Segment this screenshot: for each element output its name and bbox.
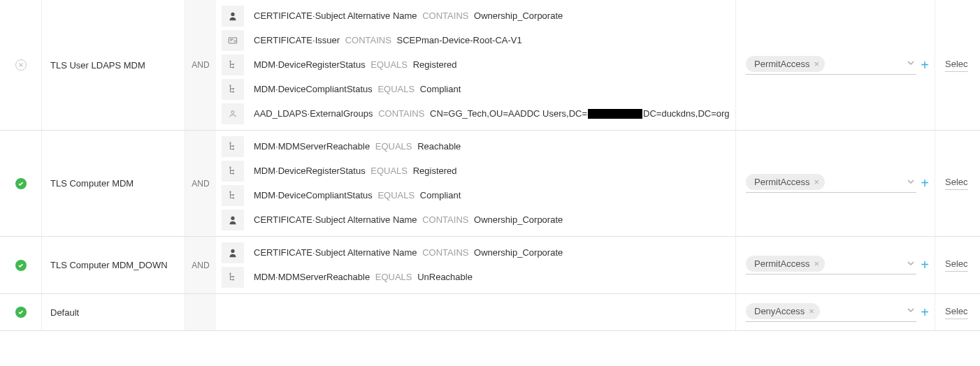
- profile-select[interactable]: Selec: [945, 258, 968, 272]
- result-chip[interactable]: DenyAccess×: [746, 303, 820, 319]
- result-chip[interactable]: PermitAccess×: [746, 256, 825, 272]
- condition-row[interactable]: MDM·DeviceCompliantStatus EQUALS Complia…: [222, 184, 730, 207]
- result-select[interactable]: PermitAccess×: [746, 56, 916, 75]
- condition-value: Ownership_Corporate: [474, 214, 563, 225]
- rule-name[interactable]: TLS Computer MDM: [42, 131, 185, 236]
- condition-row[interactable]: MDM·DeviceRegisterStatus EQUALS Register…: [222, 53, 730, 77]
- condition-value: SCEPman-Device-Root-CA-V1: [397, 35, 522, 45]
- condition-row[interactable]: CERTIFICATE·Subject Alternative Name CON…: [222, 208, 730, 232]
- user-icon: [222, 6, 244, 27]
- chevron-down-icon[interactable]: [905, 258, 916, 270]
- condition-operator: EQUALS: [368, 59, 410, 70]
- condition-attribute: MDM·DeviceCompliantStatus: [254, 190, 373, 200]
- chevron-down-icon[interactable]: [905, 58, 916, 69]
- condition-row[interactable]: AAD_LDAPS·ExternalGroups CONTAINS CN=GG_…: [222, 102, 730, 126]
- status-ok-icon: [15, 178, 27, 189]
- rule-name[interactable]: TLS User LDAPS MDM: [42, 0, 185, 130]
- result-cell: PermitAccess×+: [735, 0, 935, 130]
- condition-text: MDM·MDMServerReachable EQUALS Reachable: [254, 140, 730, 153]
- tree-icon: [222, 267, 244, 288]
- result-select[interactable]: PermitAccess×: [746, 256, 916, 274]
- status-cell[interactable]: [0, 294, 42, 330]
- result-chip-label: DenyAccess: [754, 306, 805, 316]
- conditions-cell: [216, 294, 735, 330]
- logic-cell: [185, 294, 216, 330]
- condition-attribute: MDM·DeviceRegisterStatus: [254, 59, 366, 70]
- rule-name[interactable]: Default: [42, 294, 185, 330]
- result-chip-label: PermitAccess: [754, 258, 809, 269]
- svg-point-8: [233, 88, 234, 89]
- profile-select[interactable]: Selec: [945, 306, 968, 319]
- conditions-cell: CERTIFICATE·Subject Alternative Name CON…: [216, 0, 735, 130]
- add-icon[interactable]: +: [921, 257, 929, 273]
- close-icon[interactable]: ×: [814, 258, 819, 269]
- result-select[interactable]: DenyAccess×: [746, 303, 916, 322]
- result-cell: DenyAccess×+: [735, 294, 935, 330]
- condition-operator: EQUALS: [375, 84, 417, 94]
- profile-select[interactable]: Selec: [945, 177, 968, 190]
- chevron-down-icon[interactable]: [905, 305, 916, 316]
- status-cell[interactable]: [0, 0, 42, 130]
- condition-row[interactable]: MDM·DeviceCompliantStatus EQUALS Complia…: [222, 78, 730, 101]
- profile-select-label: Selec: [945, 59, 968, 69]
- svg-point-14: [229, 167, 231, 168]
- condition-text: CERTIFICATE·Subject Alternative Name CON…: [254, 247, 730, 259]
- close-icon[interactable]: ×: [814, 59, 819, 69]
- logic-cell: AND: [185, 131, 216, 236]
- cert-icon: [222, 30, 244, 51]
- status-ok-icon: [15, 307, 27, 318]
- condition-row[interactable]: MDM·DeviceRegisterStatus EQUALS Register…: [222, 159, 730, 183]
- result-cell: PermitAccess×+: [735, 131, 935, 236]
- policy-row: TLS User LDAPS MDMANDCERTIFICATE·Subject…: [0, 0, 980, 131]
- status-cell[interactable]: [0, 131, 42, 236]
- condition-row[interactable]: CERTIFICATE·Issuer CONTAINS SCEPman-Devi…: [222, 29, 730, 52]
- condition-attribute: CERTIFICATE·Subject Alternative Name: [254, 214, 417, 225]
- conditions-cell: MDM·MDMServerReachable EQUALS ReachableM…: [216, 131, 735, 236]
- result-chip-label: PermitAccess: [754, 177, 809, 187]
- condition-value-pre: CN=GG_Tech,OU=AADDC Users,DC=: [430, 108, 587, 119]
- condition-attribute: MDM·MDMServerReachable: [254, 272, 370, 282]
- logic-label: AND: [192, 179, 209, 189]
- result-select[interactable]: PermitAccess×: [746, 174, 916, 193]
- add-icon[interactable]: +: [921, 305, 929, 321]
- user-icon: [222, 242, 244, 263]
- svg-point-6: [233, 66, 234, 68]
- condition-text: CERTIFICATE·Subject Alternative Name CON…: [254, 10, 730, 22]
- condition-row[interactable]: MDM·MDMServerReachable EQUALS Reachable: [222, 135, 730, 159]
- result-chip[interactable]: PermitAccess×: [746, 56, 825, 72]
- logic-label: AND: [192, 261, 209, 270]
- policy-row: TLS Computer MDM_DOWNANDCERTIFICATE·Subj…: [0, 237, 980, 294]
- logic-cell: AND: [185, 0, 216, 130]
- add-icon[interactable]: +: [921, 57, 929, 73]
- rule-name[interactable]: TLS Computer MDM_DOWN: [42, 237, 185, 293]
- condition-row[interactable]: CERTIFICATE·Subject Alternative Name CON…: [222, 241, 730, 265]
- close-icon[interactable]: ×: [809, 306, 814, 316]
- profile-select-label: Selec: [945, 258, 968, 269]
- policy-row: TLS Computer MDMANDMDM·MDMServerReachabl…: [0, 131, 980, 237]
- condition-row[interactable]: MDM·MDMServerReachable EQUALS UnReachabl…: [222, 265, 730, 289]
- svg-point-11: [229, 142, 231, 144]
- add-icon[interactable]: +: [921, 175, 929, 191]
- svg-point-5: [233, 64, 234, 65]
- condition-text: MDM·DeviceCompliantStatus EQUALS Complia…: [254, 189, 730, 202]
- svg-point-18: [233, 194, 234, 196]
- result-chip[interactable]: PermitAccess×: [746, 174, 825, 190]
- condition-attribute: MDM·MDMServerReachable: [254, 141, 370, 152]
- svg-point-15: [233, 170, 234, 171]
- tree-icon: [222, 54, 244, 75]
- logic-cell: AND: [185, 237, 216, 293]
- condition-value: Registered: [413, 166, 457, 176]
- close-icon[interactable]: ×: [814, 177, 819, 187]
- condition-attribute: MDM·DeviceRegisterStatus: [254, 166, 366, 176]
- condition-attribute: CERTIFICATE·Subject Alternative Name: [254, 247, 417, 258]
- status-cell[interactable]: [0, 237, 42, 293]
- condition-operator: CONTAINS: [419, 247, 471, 258]
- rule-name-label: TLS User LDAPS MDM: [50, 60, 145, 71]
- profile-select[interactable]: Selec: [945, 59, 968, 72]
- chevron-down-icon[interactable]: [905, 177, 916, 188]
- condition-value: Ownership_Corporate: [474, 247, 563, 258]
- condition-row[interactable]: CERTIFICATE·Subject Alternative Name CON…: [222, 4, 730, 28]
- condition-value: Ownership_Corporate: [474, 10, 563, 21]
- condition-text: AAD_LDAPS·ExternalGroups CONTAINS CN=GG_…: [254, 108, 730, 120]
- condition-value: Compliant: [420, 190, 461, 200]
